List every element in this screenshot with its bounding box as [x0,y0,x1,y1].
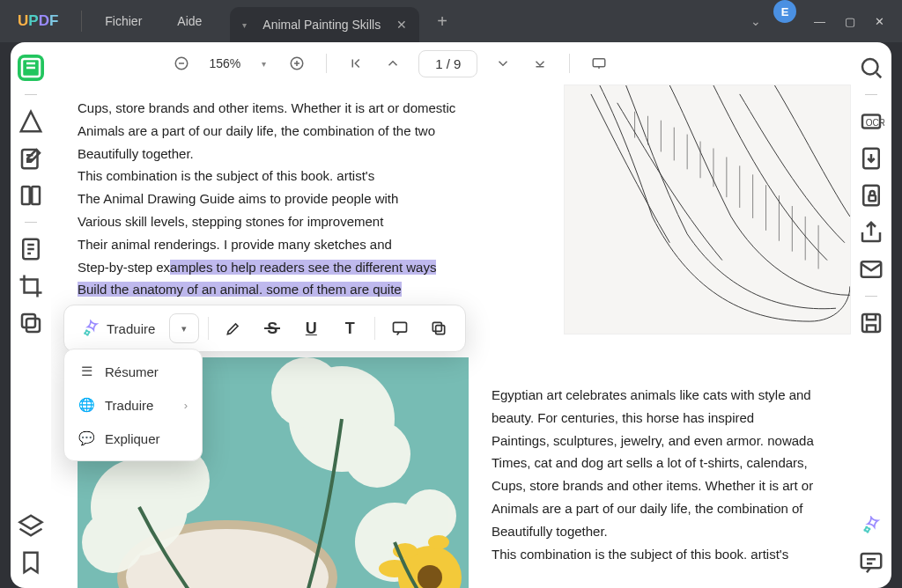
layers-button[interactable] [18,512,44,539]
add-tab-button[interactable]: + [425,11,460,32]
text-line[interactable]: Step-by-step examples to help readers se… [78,256,509,279]
selection-toolbar: Traduire ▾ S U T [63,305,466,352]
translate-icon: 🌐 [78,397,94,413]
window-menu-caret[interactable]: ⌄ [738,14,773,28]
menu-summarize[interactable]: ☰ Résumer [70,355,196,388]
text-line[interactable]: Their animal renderings. I provide many … [78,233,509,256]
text-line[interactable]: Cups, store brands and other items. Whet… [78,97,509,120]
share-button[interactable] [858,219,884,246]
underline-button[interactable]: U [295,312,327,344]
menu-file[interactable]: Fichier [87,0,159,42]
text-line[interactable]: beauty. For centuries, this horse has in… [492,407,851,430]
prev-page-button[interactable] [381,52,404,75]
duplicate-button[interactable] [18,310,44,336]
protect-button[interactable] [858,182,884,209]
first-page-button[interactable] [344,52,367,75]
minimize-icon[interactable]: — [814,15,825,28]
zoom-dropdown[interactable]: ▾ [256,59,271,69]
convert-button[interactable] [858,145,884,172]
app-logo: UPDF [0,0,76,42]
chat-button[interactable] [858,549,884,576]
divider [25,94,37,95]
text-line[interactable]: Beautifully together. [492,520,851,543]
ocr-button[interactable]: OCR [858,108,884,135]
text-line[interactable]: Cups, store brands and other items. Whet… [492,474,851,497]
ai-dropdown-toggle[interactable]: ▾ [169,313,199,343]
forms-button[interactable] [18,236,44,262]
zoom-in-button[interactable] [285,52,308,75]
divider [865,296,877,297]
maximize-icon[interactable]: ▢ [845,15,855,28]
text-line[interactable]: Egyptian art celebrates animals like cat… [492,384,851,407]
zoom-level: 156% [207,56,242,70]
translate-label: Traduire [107,321,155,336]
menu-help[interactable]: Aide [159,0,219,42]
strikethrough-button[interactable]: S [256,312,288,344]
zoom-out-button[interactable] [170,52,193,75]
text-line[interactable]: Various skill levels, stepping stones fo… [78,210,509,233]
text-column-1[interactable]: Cups, store brands and other items. Whet… [78,97,509,301]
edit-pdf-button[interactable] [18,145,44,172]
chevron-down-icon[interactable]: ▾ [242,20,247,30]
last-page-button[interactable] [529,52,551,75]
divider [569,54,570,73]
svg-point-16 [271,357,342,428]
text-line[interactable]: Beautifully together. [78,143,509,165]
text-line[interactable]: Animals are a part of our daily life, th… [78,120,509,143]
text-line[interactable]: Times, cat and dog art sells a lot of t-… [492,452,851,474]
divider [865,94,877,95]
svg-rect-3 [32,187,40,204]
left-sidebar [11,42,51,588]
animal-sketch-image [564,85,851,334]
divider [208,317,209,340]
copy-button[interactable] [423,312,455,344]
svg-rect-33 [869,195,876,201]
selected-text[interactable]: Build the anatomy of an animal. some of … [78,282,402,297]
email-button[interactable] [858,256,884,283]
user-avatar[interactable]: E [773,0,796,23]
menu-translate[interactable]: 🌐 Traduire › [70,388,196,422]
svg-point-24 [428,535,449,549]
list-icon: ☰ [78,364,94,379]
crop-button[interactable] [18,273,44,299]
divider [81,11,82,32]
next-page-button[interactable] [492,52,514,75]
page-content: Cups, store brands and other items. Whet… [51,85,851,588]
title-bar: UPDF Fichier Aide ▾ Animal Painting Skil… [0,0,902,42]
reader-mode-button[interactable] [18,55,44,81]
close-icon[interactable]: ✕ [396,18,407,32]
document-viewport[interactable]: Cups, store brands and other items. Whet… [51,85,851,588]
highlight-button[interactable] [218,312,249,344]
selected-text[interactable]: amples to help readers see the different… [170,260,436,275]
comment-button[interactable] [384,312,416,344]
save-button[interactable] [858,310,884,336]
svg-rect-26 [436,326,445,334]
page-indicator[interactable]: 1 / 9 [418,50,477,77]
squiggly-button[interactable]: T [334,312,366,344]
svg-text:OCR: OCR [866,118,884,128]
explain-icon: 💬 [78,430,94,446]
menu-explain[interactable]: 💬 Expliquer [70,422,196,455]
ai-assistant-button[interactable] [858,512,884,539]
explain-label: Expliquer [105,431,160,446]
bookmark-button[interactable] [18,549,44,576]
annotate-button[interactable] [18,108,44,135]
text-line[interactable]: Build the anatomy of an animal. some of … [78,278,509,301]
window-controls: — ▢ ✕ [796,0,902,42]
ai-icon [82,320,100,337]
text-line[interactable]: Animals are a part of our daily life, th… [492,497,851,520]
page-layout-button[interactable] [18,182,44,209]
summarize-label: Résumer [105,364,159,379]
presentation-button[interactable] [588,52,610,75]
svg-point-28 [862,59,878,75]
text-line[interactable]: The Animal Drawing Guide aims to provide… [78,187,509,210]
ai-translate-button[interactable]: Traduire [75,312,162,344]
svg-rect-27 [433,322,442,331]
text-column-2[interactable]: Egyptian art celebrates animals like cat… [492,384,851,565]
close-window-icon[interactable]: ✕ [875,15,884,28]
document-tab[interactable]: ▾ Animal Painting Skills ✕ [230,7,419,42]
text-line[interactable]: This combination is the subject of this … [492,543,851,566]
text-line[interactable]: Paintings, sculptures, jewelry, and even… [492,430,851,452]
search-button[interactable] [858,55,884,81]
text-line[interactable]: This combination is the subject of this … [78,165,509,187]
